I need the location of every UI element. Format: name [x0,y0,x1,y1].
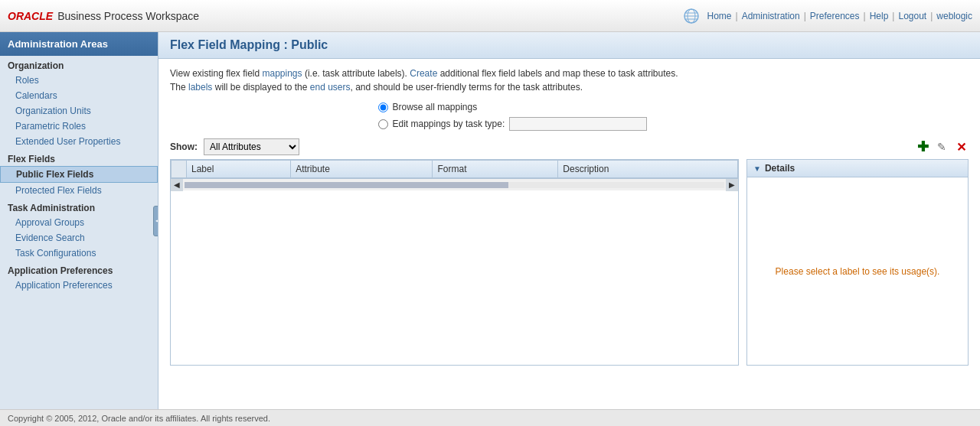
product-title: Business Process Workspace [57,10,199,22]
col-format: Format [433,161,558,178]
data-table-wrapper: Label Attribute Format Description ◀ [170,159,739,366]
details-title: Details [765,163,795,174]
sidebar-item-task-configurations[interactable]: Task Configurations [0,246,158,261]
nav-sep-3: | [864,11,866,21]
main-wrapper: Administration Areas Organization Roles … [0,32,980,409]
sidebar-item-parametric-roles[interactable]: Parametric Roles [0,119,158,134]
sidebar-section-task-admin: Task Administration [0,198,158,215]
sidebar-title: Administration Areas [0,32,158,56]
delete-button[interactable]: ✕ [953,139,969,154]
scrollbar-left-arrow[interactable]: ◀ [171,179,183,191]
col-selector [172,161,187,178]
sidebar-item-calendars[interactable]: Calendars [0,88,158,103]
description-line1: View existing flex field mappings (i.e. … [170,67,969,80]
description-text: View existing flex field mappings (i.e. … [170,67,969,94]
header: ORACLE Business Process Workspace Home |… [0,0,980,32]
add-icon: ✚ [917,138,929,155]
col-attribute: Attribute [291,161,433,178]
page-title: Flex Field Mapping : Public [170,38,969,52]
sidebar-collapse-handle[interactable]: ◀ [153,206,158,236]
edit-button[interactable]: ✎ [934,139,949,154]
sidebar-section-flex-fields: Flex Fields [0,149,158,166]
sidebar-section-app-prefs: Application Preferences [0,261,158,278]
oracle-logo: ORACLE [8,10,53,22]
task-type-input[interactable] [509,117,647,131]
sidebar-item-extended-user-props[interactable]: Extended User Properties [0,134,158,149]
radio-section: Browse all mappings Edit mappings by tas… [170,102,969,131]
details-panel: ▼ Details Please select a label to see i… [746,159,969,366]
details-header: ▼ Details [747,160,968,177]
home-link[interactable]: Home [707,11,732,21]
content-body: View existing flex field mappings (i.e. … [158,59,980,409]
edit-icon: ✎ [937,141,946,153]
sidebar-section-organization: Organization [0,56,158,73]
sidebar-item-roles[interactable]: Roles [0,73,158,88]
scrollbar-right-arrow[interactable]: ▶ [726,179,738,191]
nav-sep-4: | [892,11,894,21]
content-area: Flex Field Mapping : Public View existin… [158,32,980,409]
col-description: Description [558,161,738,178]
globe-icon [683,8,700,24]
browse-radio[interactable] [378,102,388,112]
preferences-link[interactable]: Preferences [810,11,860,21]
scrollbar-track[interactable] [185,182,724,188]
footer-copyright: Copyright © 2005, 2012, Oracle and/or it… [8,414,270,423]
delete-icon: ✕ [956,140,966,154]
browse-radio-label[interactable]: Browse all mappings [393,102,478,112]
sidebar-item-approval-groups[interactable]: Approval Groups [0,215,158,230]
sidebar-item-protected-flex-fields[interactable]: Protected Flex Fields [0,183,158,198]
toolbar-icons: ✚ ✎ ✕ [915,139,969,154]
edit-radio-label[interactable]: Edit mappings by task type: [393,119,505,129]
sidebar-item-org-units[interactable]: Organization Units [0,103,158,119]
details-collapse-icon[interactable]: ▼ [753,164,761,173]
scrollbar-thumb[interactable] [185,182,508,188]
show-label: Show: [170,141,198,152]
weblogic-link[interactable]: weblogic [936,11,972,21]
data-table: Label Attribute Format Description [171,160,738,178]
sidebar-item-evidence-search[interactable]: Evidence Search [0,230,158,246]
details-body: Please select a label to see its usage(s… [747,177,968,365]
sidebar-item-public-flex-fields[interactable]: Public Flex Fields [0,166,158,183]
footer: Copyright © 2005, 2012, Oracle and/or it… [0,409,980,426]
table-details-wrapper: Label Attribute Format Description ◀ [170,159,969,366]
logo-area: ORACLE Business Process Workspace [8,10,199,22]
header-nav: Home | Administration | Preferences | He… [683,8,972,24]
nav-sep-1: | [736,11,738,21]
toolbar: Show: All Attributes String Attributes N… [170,138,969,155]
nav-sep-5: | [930,11,933,21]
radio-browse-row: Browse all mappings [378,102,761,112]
details-placeholder: Please select a label to see its usage(s… [776,266,940,277]
content-header: Flex Field Mapping : Public [158,32,980,59]
show-select[interactable]: All Attributes String Attributes Number … [204,138,299,155]
col-label: Label [187,161,291,178]
sidebar-item-app-preferences[interactable]: Application Preferences [0,278,158,293]
table-scrollbar[interactable]: ◀ ▶ [171,178,738,190]
help-link[interactable]: Help [870,11,889,21]
edit-radio[interactable] [378,119,388,129]
description-line2: The labels will be displayed to the end … [170,80,969,94]
logout-link[interactable]: Logout [898,11,926,21]
sidebar: Administration Areas Organization Roles … [0,32,158,409]
nav-sep-2: | [804,11,806,21]
radio-edit-row: Edit mappings by task type: [378,117,761,131]
add-button[interactable]: ✚ [915,139,930,154]
administration-link[interactable]: Administration [742,11,800,21]
